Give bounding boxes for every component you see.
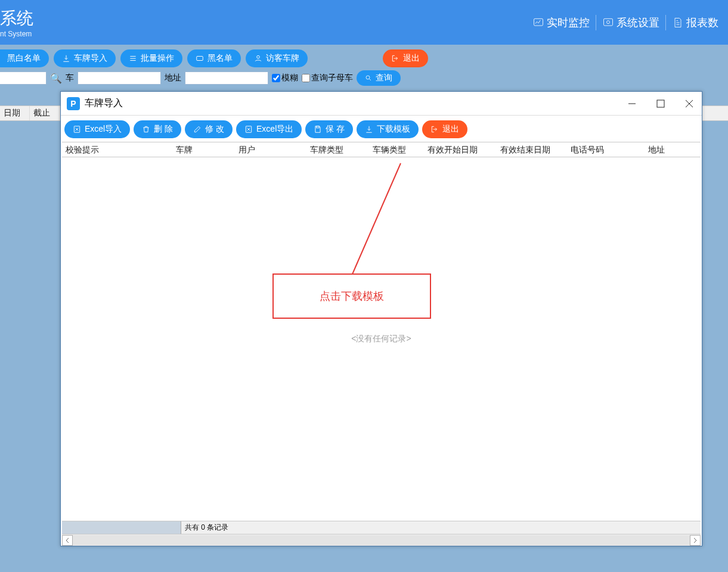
record-count-label: 共有 0 条记录 [181, 523, 232, 533]
excel-icon [73, 125, 81, 133]
list-icon [129, 54, 137, 63]
plate-import-button[interactable]: 车牌导入 [54, 49, 116, 67]
blacklist-label: 黑名单 [207, 53, 233, 64]
fuzzy-checkbox[interactable] [272, 74, 280, 82]
fuzzy-checkbox-wrap[interactable]: 模糊 [272, 73, 298, 83]
col-date: 日期 [0, 106, 30, 120]
excel-import-label: Excel导入 [85, 124, 122, 135]
scroll-track[interactable] [73, 535, 690, 546]
visitor-label: 访客车牌 [266, 53, 299, 64]
dialog-statusbar: 共有 0 条记录 [62, 521, 701, 534]
nav-separator [596, 15, 596, 30]
svg-rect-3 [197, 57, 203, 61]
app-subtitle: nt System [0, 30, 33, 38]
plate-import-label: 车牌导入 [74, 53, 107, 64]
address-label: 地址 [165, 73, 181, 83]
blackwhite-label: 黑白名单 [7, 53, 41, 64]
blacklist-button[interactable]: 黑名单 [187, 49, 241, 67]
nav-settings[interactable]: 系统设置 [599, 13, 663, 32]
minimize-icon [628, 100, 636, 108]
col-end: 截止 [30, 106, 60, 120]
parent-child-label: 查询子母车 [311, 73, 353, 83]
svg-line-10 [352, 163, 401, 274]
search-row: 🔍 车 地址 模糊 查询子母车 查询 [0, 70, 728, 88]
dialog-exit-button[interactable]: 退出 [422, 120, 467, 138]
header-nav: 实时监控 系统设置 报表数 [529, 13, 722, 32]
save-icon [314, 125, 322, 133]
edit-icon [193, 125, 202, 133]
nav-monitor[interactable]: 实时监控 [529, 13, 593, 32]
annotation-arrow-icon [62, 157, 479, 312]
maximize-button[interactable] [654, 97, 667, 110]
col-plate: 车牌 [172, 142, 235, 157]
exit-label: 退出 [403, 53, 420, 64]
excel-import-button[interactable]: Excel导入 [64, 120, 130, 138]
chevron-left-icon [65, 538, 70, 543]
col-phone: 电话号码 [567, 142, 645, 157]
save-button[interactable]: 保 存 [305, 120, 353, 138]
maximize-icon [656, 100, 665, 108]
batch-label: 批量操作 [141, 53, 174, 64]
app-header: 系统 nt System 实时监控 系统设置 报表数 [0, 0, 728, 45]
exit-button[interactable]: 退出 [383, 49, 428, 67]
chevron-right-icon [693, 538, 698, 543]
nav-monitor-label: 实时监控 [547, 15, 590, 30]
close-button[interactable] [683, 97, 696, 110]
blackwhite-button[interactable]: 黑白名单 [0, 49, 49, 67]
nav-reports-label: 报表数 [686, 15, 718, 30]
dialog-title: 车牌导入 [85, 97, 123, 110]
col-address: 地址 [645, 142, 701, 157]
first-input[interactable] [0, 72, 47, 85]
dialog-body: Excel导入 删 除 修 改 Excel导出 保 存 下载模板 [61, 116, 702, 546]
col-user: 用户 [235, 142, 306, 157]
delete-button[interactable]: 删 除 [134, 120, 181, 138]
excel-export-label: Excel导出 [256, 124, 293, 135]
address-input[interactable] [185, 72, 268, 85]
batch-button[interactable]: 批量操作 [120, 49, 182, 67]
close-icon [685, 100, 693, 108]
top-toolbar: 黑白名单 车牌导入 批量操作 黑名单 访客车牌 退出 [0, 45, 728, 70]
parent-child-checkbox[interactable] [302, 74, 310, 82]
download-template-label: 下载模板 [377, 124, 410, 135]
download-template-button[interactable]: 下载模板 [357, 120, 419, 138]
dialog-table-body: <没有任何记录> 点击下载模板 [62, 157, 701, 521]
scroll-right-button[interactable] [690, 535, 701, 546]
card-icon [196, 54, 204, 63]
query-button[interactable]: 查询 [357, 70, 401, 86]
exit-icon [391, 54, 399, 63]
settings-icon [602, 17, 614, 29]
search-icon [365, 74, 372, 82]
dialog-exit-label: 退出 [442, 124, 459, 135]
dialog-titlebar: P 车牌导入 [61, 92, 702, 116]
import-dialog: P 车牌导入 Excel导入 删 除 修 改 Excel导出 [60, 91, 702, 546]
parent-child-checkbox-wrap[interactable]: 查询子母车 [302, 73, 353, 83]
app-title: 系统 nt System [0, 7, 33, 38]
col-end-date: 有效结束日期 [497, 142, 567, 157]
owner-input[interactable] [78, 72, 161, 85]
query-label: 查询 [376, 73, 392, 83]
visitor-button[interactable]: 访客车牌 [246, 49, 308, 67]
monitor-icon [532, 17, 544, 29]
col-check-tip: 校验提示 [62, 142, 172, 157]
col-start-date: 有效开始日期 [424, 142, 497, 157]
svg-point-2 [607, 20, 610, 23]
modify-button[interactable]: 修 改 [185, 120, 233, 138]
fuzzy-label: 模糊 [281, 73, 298, 83]
binoculars-icon[interactable]: 🔍 [50, 73, 62, 84]
annotation-text: 点击下载模板 [320, 289, 384, 303]
svg-point-5 [366, 76, 370, 79]
minimize-button[interactable] [625, 97, 639, 110]
dialog-table-header: 校验提示 车牌 用户 车牌类型 车辆类型 有效开始日期 有效结束日期 电话号码 … [62, 142, 701, 157]
statusbar-gap [62, 521, 181, 534]
svg-rect-6 [657, 100, 664, 107]
modify-label: 修 改 [205, 124, 224, 135]
excel-export-button[interactable]: Excel导出 [236, 120, 302, 138]
empty-message: <没有任何记录> [351, 334, 411, 344]
trash-icon [142, 125, 150, 133]
nav-reports[interactable]: 报表数 [668, 13, 722, 32]
col-vehicle-type: 车辆类型 [369, 142, 424, 157]
dialog-toolbar: Excel导入 删 除 修 改 Excel导出 保 存 下载模板 [62, 116, 701, 142]
annotation-box: 点击下载模板 [272, 273, 431, 319]
horizontal-scrollbar[interactable] [62, 534, 701, 546]
scroll-left-button[interactable] [62, 535, 73, 546]
